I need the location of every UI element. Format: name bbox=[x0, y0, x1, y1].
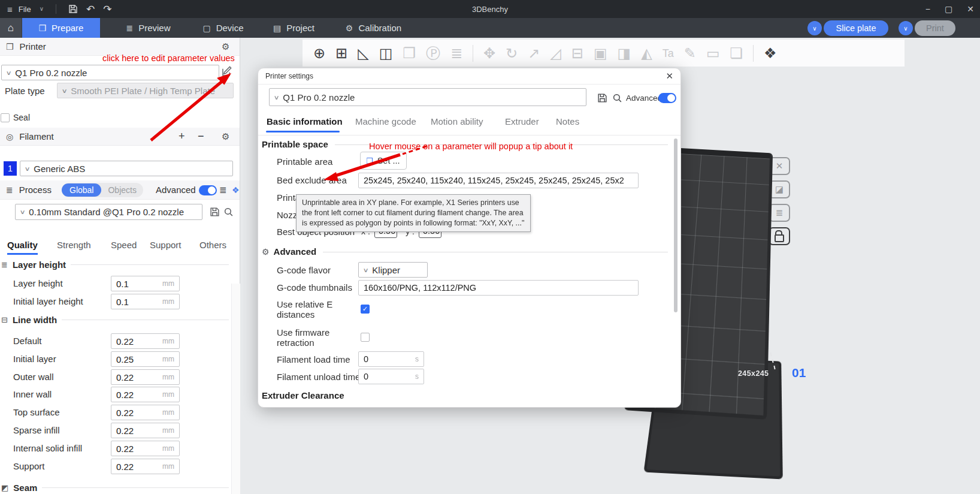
param-input[interactable]: 0.22 mm bbox=[111, 441, 180, 456]
save-icon[interactable] bbox=[68, 4, 78, 14]
filament-icon: ◎ bbox=[6, 132, 13, 141]
add-filament-icon[interactable]: + bbox=[179, 130, 185, 143]
copy-icon[interactable]: ❐ bbox=[403, 46, 416, 61]
param-input[interactable]: 0.22 mm bbox=[111, 387, 180, 402]
add-plate-icon[interactable]: ⊞ bbox=[335, 46, 347, 61]
plate-settings-button[interactable]: ≣ bbox=[769, 204, 790, 222]
param-unit: mm bbox=[162, 337, 174, 345]
plate-type-select[interactable]: ∨ Smooth PEI Plate / High Temp Plate bbox=[57, 83, 234, 98]
relative-e-checkbox[interactable]: ✓ bbox=[361, 305, 370, 314]
param-tab-others[interactable]: Others bbox=[199, 240, 226, 250]
advanced-toggle[interactable] bbox=[199, 185, 217, 195]
param-input[interactable]: 0.22 mm bbox=[111, 369, 180, 385]
dialog-search-icon[interactable] bbox=[612, 92, 622, 103]
text-tool-icon[interactable]: Ta bbox=[663, 48, 674, 59]
param-tab-strength[interactable]: Strength bbox=[57, 240, 91, 250]
dialog-preset-select[interactable]: ∨ Q1 Pro 0.2 nozzle bbox=[269, 88, 586, 106]
tab-preview[interactable]: ≣ Preview bbox=[114, 18, 183, 38]
slice-plate-button[interactable]: Slice plate bbox=[824, 20, 888, 36]
print-options-chevron[interactable]: ∨ bbox=[899, 21, 913, 35]
measure-icon[interactable]: ▭ bbox=[706, 46, 720, 61]
paint-icon[interactable]: ✎ bbox=[684, 46, 696, 61]
add-model-icon[interactable]: ⊕ bbox=[313, 46, 325, 61]
printer-preset-select[interactable]: ∨ Q1 Pro 0.2 nozzle bbox=[1, 65, 219, 80]
param-table-icon[interactable]: ≣ bbox=[219, 185, 227, 195]
save-preset-icon[interactable] bbox=[210, 206, 220, 217]
edit-printer-icon[interactable] bbox=[221, 66, 232, 77]
redo-icon[interactable]: ↷ bbox=[103, 4, 111, 14]
search-preset-icon[interactable] bbox=[223, 206, 234, 217]
sidebar-scrollbar[interactable] bbox=[231, 284, 240, 494]
close-icon[interactable]: ✕ bbox=[967, 4, 974, 14]
auto-orient-icon[interactable]: ◺ bbox=[358, 46, 368, 61]
dialog-close-icon[interactable]: ✕ bbox=[666, 71, 673, 82]
split-objects-icon[interactable]: ❖ bbox=[764, 46, 777, 61]
printer-settings-gear-icon[interactable]: ⚙ bbox=[222, 41, 229, 52]
home-button[interactable]: ⌂ bbox=[0, 18, 22, 38]
param-input[interactable]: 0.22 mm bbox=[111, 333, 180, 349]
scale-icon[interactable]: ↗ bbox=[528, 46, 540, 61]
tab-device[interactable]: ▢ Device bbox=[192, 18, 255, 38]
rotate-icon[interactable]: ↻ bbox=[506, 46, 518, 61]
minimize-icon[interactable]: − bbox=[925, 4, 930, 14]
dialog-tab-basic[interactable]: Basic information bbox=[267, 116, 343, 126]
menu-icon[interactable]: ≡ bbox=[7, 5, 13, 14]
dialog-tab-extruder[interactable]: Extruder bbox=[505, 116, 539, 126]
gcode-flavor-select[interactable]: ∨ Klipper bbox=[358, 262, 428, 278]
filament-unload-input[interactable]: 0 s bbox=[358, 369, 424, 384]
set-printable-area-button[interactable]: ❒ Set ... bbox=[360, 152, 407, 170]
dialog-tab-gcode[interactable]: Machine gcode bbox=[355, 116, 416, 126]
filament-load-input[interactable]: 0 s bbox=[358, 351, 424, 367]
param-input[interactable]: 0.22 mm bbox=[111, 459, 180, 474]
chevron-down-icon: ∨ bbox=[812, 25, 816, 32]
slice-options-chevron[interactable]: ∨ bbox=[807, 21, 822, 35]
layer-height-icon: ≣ bbox=[1, 260, 8, 269]
scope-global[interactable]: Global bbox=[62, 183, 101, 197]
param-input[interactable]: 0.1 mm bbox=[111, 276, 180, 291]
dialog-tab-motion[interactable]: Motion ability bbox=[431, 116, 483, 126]
process-scope-toggle[interactable]: Global Objects bbox=[62, 183, 143, 197]
cut-icon[interactable]: ◭ bbox=[641, 46, 652, 61]
tab-calibration[interactable]: ⚙ Calibration bbox=[333, 18, 414, 38]
variable-layer-icon[interactable]: ▣ bbox=[594, 46, 607, 61]
dialog-tab-notes[interactable]: Notes bbox=[556, 116, 579, 126]
file-menu-chevron-icon[interactable]: ∨ bbox=[40, 6, 44, 12]
param-input[interactable]: 0.25 mm bbox=[111, 351, 180, 367]
undo-icon[interactable]: ↶ bbox=[86, 4, 95, 14]
paste-icon[interactable]: Ⓟ bbox=[426, 46, 440, 61]
param-input[interactable]: 0.1 mm bbox=[111, 294, 180, 309]
lay-on-face-icon[interactable]: ◿ bbox=[550, 46, 561, 61]
filament-settings-gear-icon[interactable]: ⚙ bbox=[222, 131, 229, 142]
print-button[interactable]: Print bbox=[915, 20, 955, 36]
param-tab-support[interactable]: Support bbox=[150, 240, 182, 250]
tab-prepare[interactable]: ❒ Prepare bbox=[22, 18, 100, 38]
param-tab-quality[interactable]: Quality bbox=[7, 240, 38, 255]
param-compare-icon[interactable]: ❖ bbox=[232, 185, 240, 195]
split-plane-icon[interactable]: ⊟ bbox=[571, 46, 583, 61]
arrange-icon[interactable]: ◫ bbox=[379, 46, 393, 61]
param-tab-speed[interactable]: Speed bbox=[111, 240, 137, 250]
seal-checkbox[interactable] bbox=[1, 113, 10, 122]
printable-space-title: Printable space bbox=[262, 139, 328, 149]
param-input[interactable]: 0.22 mm bbox=[111, 423, 180, 438]
remove-filament-icon[interactable]: − bbox=[198, 130, 204, 143]
scope-objects[interactable]: Objects bbox=[101, 185, 143, 195]
filament-preset-select[interactable]: ∨ Generic ABS bbox=[20, 161, 233, 176]
firmware-retraction-checkbox[interactable] bbox=[361, 333, 370, 342]
object-list-icon[interactable]: ≣ bbox=[450, 46, 462, 61]
gcode-thumbnails-input[interactable]: 160x160/PNG, 112x112/PNG bbox=[358, 280, 639, 296]
dialog-scrollbar[interactable] bbox=[674, 138, 677, 312]
param-input[interactable]: 0.22 mm bbox=[111, 405, 180, 420]
mesh-boolean-icon[interactable]: ◨ bbox=[618, 46, 631, 61]
assembly-icon[interactable]: ❏ bbox=[730, 46, 743, 61]
tab-project[interactable]: ▤ Project bbox=[262, 18, 325, 38]
dialog-save-icon[interactable] bbox=[597, 92, 607, 103]
lock-plate-button[interactable] bbox=[769, 227, 790, 245]
maximize-icon[interactable]: ▢ bbox=[945, 4, 952, 14]
process-preset-select[interactable]: ∨ 0.10mm Standard @Q1 Pro 0.2 nozzle bbox=[15, 204, 202, 220]
file-menu[interactable]: File bbox=[19, 5, 31, 14]
move-icon[interactable]: ✥ bbox=[483, 46, 495, 61]
printable-area-label: Printable area bbox=[277, 156, 332, 167]
bed-exclude-input[interactable]: 25x245, 25x240, 115x240, 115x245, 25x245… bbox=[358, 173, 639, 188]
dialog-advanced-toggle[interactable] bbox=[658, 93, 676, 103]
